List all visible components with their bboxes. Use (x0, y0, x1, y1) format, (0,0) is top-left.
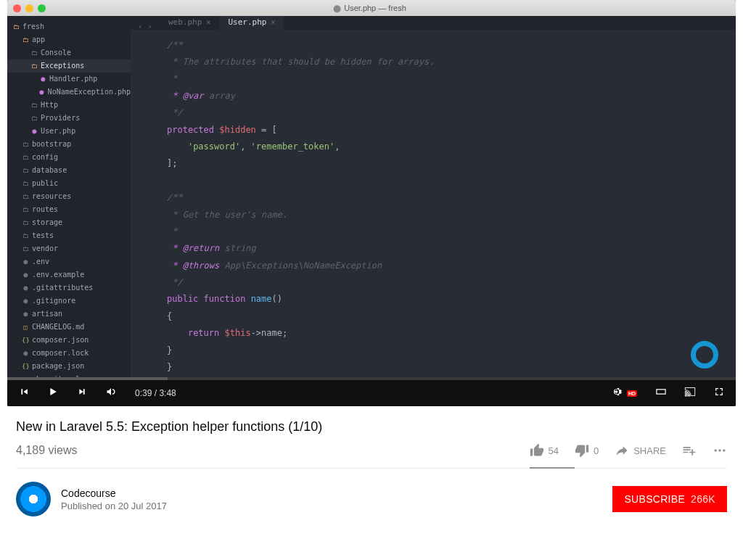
tree-item-composer-lock[interactable]: ⬤composer.lock (7, 347, 131, 360)
tree-item--env[interactable]: ⬤.env (7, 255, 131, 268)
macos-titlebar: ⬤ User.php — fresh (7, 0, 736, 16)
tree-item-composer-json[interactable]: {}composer.json (7, 334, 131, 347)
video-player: ⬤ User.php — fresh 🗀 fresh 🗀app🗀Console🗀… (7, 0, 736, 406)
tree-item-label: Providers (41, 112, 80, 124)
settings-button[interactable]: HD (610, 384, 640, 403)
fullscreen-button[interactable] (711, 384, 727, 403)
tree-item-Providers[interactable]: 🗀Providers (7, 112, 131, 125)
add-to-playlist-button[interactable] (682, 443, 697, 458)
code-area[interactable]: /** * The attributes that should be hidd… (131, 30, 736, 384)
channel-name[interactable]: Codecourse (61, 487, 167, 499)
share-icon (615, 443, 629, 458)
folder-open-icon: 🗀 (13, 22, 20, 32)
folder-icon: 🗀 (22, 205, 29, 215)
volume-button[interactable] (103, 384, 119, 403)
svg-point-0 (715, 449, 717, 451)
tree-item-database[interactable]: 🗀database (7, 164, 131, 177)
close-window-button[interactable] (13, 4, 21, 12)
folder-open-icon: 🗀 (22, 35, 29, 45)
tree-item-config[interactable]: 🗀config (7, 151, 131, 164)
video-title: New in Laravel 5.5: Exception helper fun… (16, 419, 727, 435)
folder-icon: 🗀 (22, 218, 29, 228)
thumbs-up-icon (530, 443, 544, 458)
folder-icon: 🗀 (22, 244, 29, 254)
hd-badge: HD (627, 390, 637, 397)
play-button[interactable] (45, 384, 61, 403)
folder-icon: 🗀 (22, 178, 29, 189)
tree-item-label: config (32, 152, 58, 163)
video-info-section: New in Laravel 5.5: Exception helper fun… (0, 406, 743, 469)
tree-item-resources[interactable]: 🗀resources (7, 190, 131, 203)
tree-item-Console[interactable]: 🗀Console (7, 46, 131, 59)
close-icon[interactable]: × (271, 17, 275, 28)
tree-item-User-php[interactable]: ⬤User.php (7, 125, 131, 138)
tree-item-label: Exceptions (41, 60, 84, 72)
tree-item-label: database (32, 165, 67, 176)
project-root[interactable]: 🗀 fresh (7, 20, 131, 33)
json-icon: {} (22, 361, 29, 371)
maximize-window-button[interactable] (38, 4, 46, 12)
php-icon: ⬤ (39, 88, 45, 96)
like-button[interactable]: 54 (530, 443, 559, 458)
thumbs-down-icon (575, 443, 589, 458)
tree-item-label: NoNameException.php (48, 86, 131, 98)
player-controls: 0:39 / 3:48 HD (7, 380, 736, 406)
tree-item--gitignore[interactable]: ⬤.gitignore (7, 295, 131, 308)
channel-avatar[interactable] (16, 482, 51, 516)
file-tree-sidebar[interactable]: 🗀 fresh 🗀app🗀Console🗀Exceptions⬤Handler.… (7, 16, 131, 377)
tree-item-label: .gitattributes (32, 282, 93, 294)
tree-item-Handler-php[interactable]: ⬤Handler.php (7, 73, 131, 86)
tree-item-package-json[interactable]: {}package.json (7, 360, 131, 373)
channel-watermark[interactable] (691, 341, 718, 368)
tab-web-php[interactable]: web.php × (160, 16, 219, 30)
editor-tabs: ‹ › web.php × User.php × (131, 16, 736, 30)
tree-item-NoNameException-php[interactable]: ⬤NoNameException.php (7, 86, 131, 99)
tree-item-app[interactable]: 🗀app (7, 33, 131, 46)
share-button[interactable]: SHARE (615, 443, 666, 458)
tree-item-Exceptions[interactable]: 🗀Exceptions (7, 59, 131, 73)
close-icon[interactable]: × (206, 17, 210, 28)
channel-info: Codecourse Published on 20 Jul 2017 (61, 487, 167, 511)
tree-item-label: composer.lock (32, 347, 89, 359)
tree-item-CHANGELOG-md[interactable]: ◫CHANGELOG.md (7, 321, 131, 334)
folder-icon: 🗀 (30, 48, 38, 58)
video-progress-bar[interactable] (7, 377, 736, 380)
tree-item--gitattributes[interactable]: ⬤.gitattributes (7, 281, 131, 295)
next-button[interactable] (74, 384, 90, 403)
tree-item-label: app (32, 34, 45, 46)
theater-mode-button[interactable] (653, 384, 669, 403)
folder-open-icon: 🗀 (30, 61, 38, 71)
svg-point-1 (718, 449, 721, 451)
dislike-count: 0 (594, 445, 599, 456)
tree-item-tests[interactable]: 🗀tests (7, 229, 131, 242)
tree-item-routes[interactable]: 🗀routes (7, 203, 131, 216)
folder-icon: 🗀 (22, 192, 29, 202)
tree-item-vendor[interactable]: 🗀vendor (7, 242, 131, 255)
tab-nav-arrows[interactable]: ‹ › (138, 20, 152, 33)
tree-item-label: .env.example (32, 269, 84, 281)
dot-icon: ⬤ (22, 284, 29, 292)
tree-item-Http[interactable]: 🗀Http (7, 99, 131, 112)
cast-button[interactable] (682, 384, 698, 403)
tree-item-artisan[interactable]: ⬤artisan (7, 308, 131, 321)
project-name: fresh (22, 21, 44, 33)
tab-user-php[interactable]: User.php × (219, 16, 284, 30)
tree-item-storage[interactable]: 🗀storage (7, 216, 131, 229)
tree-item-public[interactable]: 🗀public (7, 177, 131, 190)
playlist-add-icon (682, 443, 697, 458)
tree-item-bootstrap[interactable]: 🗀bootstrap (7, 138, 131, 151)
tree-item-label: resources (32, 191, 71, 202)
tree-item--env-example[interactable]: ⬤.env.example (7, 268, 131, 281)
file-icon: ⬤ (333, 4, 341, 12)
tree-item-label: public (32, 178, 58, 189)
previous-button[interactable] (16, 384, 32, 403)
minimize-window-button[interactable] (25, 4, 33, 12)
dot-icon: ⬤ (22, 310, 29, 318)
buffer-indicator (7, 377, 168, 380)
subscribe-button[interactable]: SUBSCRIBE266K (612, 486, 727, 512)
dislike-button[interactable]: 0 (575, 443, 599, 458)
dot-icon: ⬤ (22, 271, 29, 279)
more-actions-button[interactable] (713, 443, 727, 458)
tree-item-label: Handler.php (49, 73, 97, 85)
video-actions: 54 0 SHARE (530, 443, 728, 458)
